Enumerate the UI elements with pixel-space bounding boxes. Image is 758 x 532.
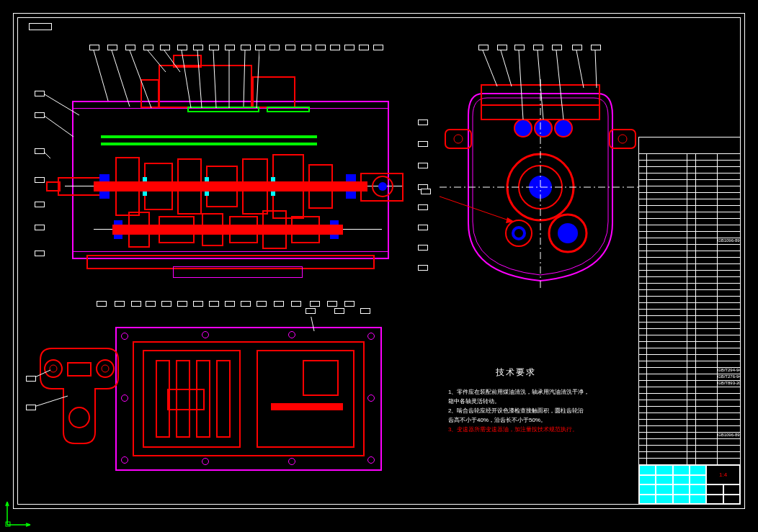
bom-row (638, 322, 741, 328)
svg-rect-0 (6, 522, 10, 526)
svg-line-81 (310, 317, 314, 331)
bom-row (638, 186, 741, 192)
svg-point-54 (454, 135, 463, 143)
title-block: 1:4 (638, 464, 741, 505)
svg-line-3 (130, 50, 151, 108)
svg-point-89 (69, 407, 89, 428)
bom-row (638, 348, 741, 354)
svg-line-5 (164, 50, 180, 72)
bom-row (638, 393, 741, 400)
bom-row (638, 276, 741, 283)
svg-rect-55 (610, 130, 636, 148)
bom-row (638, 270, 741, 276)
tech-req-line4: 齿高不小于40%，沿齿长不小于50%。 (448, 417, 546, 424)
bom-row (638, 179, 741, 186)
svg-line-2 (112, 50, 130, 107)
bom-row (638, 335, 741, 341)
svg-line-90 (36, 370, 50, 379)
bom-row (638, 309, 741, 315)
svg-line-20 (43, 94, 79, 115)
bom-row (638, 419, 741, 425)
bom-row (638, 231, 741, 238)
svg-point-84 (45, 360, 62, 377)
svg-point-85 (97, 360, 114, 377)
bom-row (638, 445, 741, 451)
bom-row: GB1096-89 (638, 432, 741, 438)
bom-row (638, 328, 741, 335)
svg-line-73 (501, 50, 512, 86)
bom-row: GB/T294-94 (638, 367, 741, 374)
bom-row (638, 225, 741, 231)
bom-row (638, 302, 741, 309)
svg-rect-53 (445, 130, 471, 148)
bom-row (638, 406, 741, 412)
svg-line-7 (197, 50, 202, 108)
svg-line-21 (43, 115, 73, 137)
bom-row (638, 244, 741, 251)
bom-row (638, 257, 741, 263)
svg-line-77 (576, 50, 584, 88)
main-leaders (43, 50, 259, 158)
bom-row (638, 451, 741, 458)
svg-line-6 (182, 50, 191, 108)
bom-row (638, 315, 741, 322)
svg-point-68 (506, 220, 532, 246)
bom-row (638, 400, 741, 406)
bom-row (638, 153, 741, 160)
scale-cell: 1:4 (706, 465, 740, 484)
svg-line-72 (483, 50, 497, 86)
cad-canvas: 技术要求 1、零件应在装配前用煤油清洗，轴承用汽油清洗干净， 箱中各轴灵活转动。… (0, 0, 758, 532)
tech-req-heading: 技术要求 (496, 367, 536, 378)
bom-row (638, 438, 741, 445)
side-view (440, 50, 641, 295)
bom-row (638, 212, 741, 218)
bom-row (638, 263, 741, 270)
bom-row (638, 283, 741, 289)
bom-row (638, 425, 741, 432)
svg-line-11 (257, 50, 259, 108)
tech-req-line5: 3、变速器所需变速器油，加注量按技术规范执行。 (448, 426, 578, 433)
svg-point-67 (558, 223, 578, 243)
bom-row (638, 412, 741, 419)
svg-line-1 (94, 50, 108, 101)
bom-row (638, 205, 741, 212)
svg-line-8 (213, 50, 216, 108)
svg-line-4 (148, 50, 166, 72)
bom-row: GB1096-89 (638, 238, 741, 244)
bom-row: GB/T893-2000 (638, 380, 741, 387)
bom-row (638, 296, 741, 302)
aux-view (36, 338, 122, 454)
svg-point-86 (50, 365, 57, 372)
bom-row (638, 458, 741, 464)
bom-table: GB1096-89GB/T893-2000GB/T276-94GB/T294-9… (638, 137, 741, 464)
svg-point-87 (102, 365, 109, 372)
bom-row: GB/T276-94 (638, 374, 741, 380)
bom-row (638, 192, 741, 199)
tech-req-line1: 1、零件应在装配前用煤油清洗，轴承用汽油清洗干净， (448, 389, 589, 396)
drawing-tag (29, 23, 52, 30)
bom-row (638, 341, 741, 348)
bom-row (638, 199, 741, 205)
bom-row (638, 289, 741, 296)
bom-row (638, 173, 741, 179)
bom-row (638, 218, 741, 225)
tech-req-line3: 2、啮合齿轮应经开设色漆检查接触面积，圆柱齿轮沿 (448, 407, 584, 415)
bom-row (638, 160, 741, 166)
svg-line-22 (43, 151, 65, 158)
bom-row (638, 354, 741, 361)
bom-row (638, 361, 741, 367)
bom-row (638, 166, 741, 173)
svg-line-78 (595, 50, 597, 88)
svg-line-10 (244, 50, 245, 107)
main-section-view (43, 50, 418, 302)
top-cover-view (108, 317, 396, 482)
svg-line-79 (440, 191, 509, 220)
tech-req-line2: 箱中各轴灵活转动。 (448, 398, 500, 405)
svg-rect-88 (68, 363, 91, 376)
bom-row (638, 251, 741, 257)
svg-point-69 (513, 227, 525, 239)
bom-row (638, 387, 741, 393)
svg-point-56 (618, 135, 627, 143)
